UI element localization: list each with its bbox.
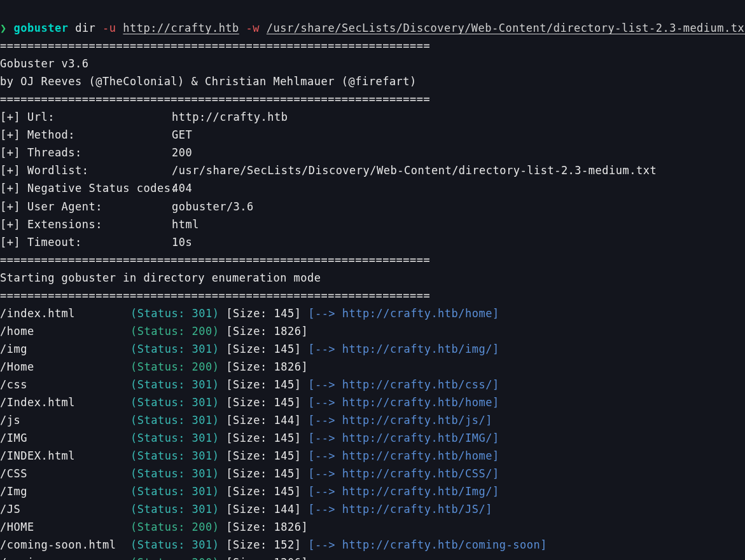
result-path: /Img bbox=[0, 482, 130, 500]
result-status: (Status: 301) bbox=[130, 411, 219, 429]
result-redirect: [--> http://crafty.htb/Img/] bbox=[308, 485, 499, 498]
result-row: /index.html(Status: 301) [Size: 145] [--… bbox=[0, 307, 499, 320]
divider-line: ========================================… bbox=[0, 289, 430, 302]
settings-row: [+] Extensions:html bbox=[0, 218, 199, 231]
result-status: (Status: 200) bbox=[130, 518, 219, 536]
settings-value: 200 bbox=[172, 146, 192, 159]
result-redirect: [--> http://crafty.htb/IMG/] bbox=[308, 432, 499, 444]
result-path: /IMG bbox=[0, 429, 130, 447]
settings-value: 404 bbox=[172, 182, 192, 195]
result-row: /img(Status: 301) [Size: 145] [--> http:… bbox=[0, 343, 499, 355]
settings-row: [+] Negative Status codes:404 bbox=[0, 182, 192, 195]
result-size: [Size: 145] bbox=[226, 485, 301, 498]
result-status: (Status: 301) bbox=[130, 393, 219, 411]
settings-row: [+] Timeout:10s bbox=[0, 236, 192, 249]
divider-line: ========================================… bbox=[0, 39, 430, 52]
result-status: (Status: 301) bbox=[130, 429, 219, 447]
result-row: /js(Status: 301) [Size: 144] [--> http:/… bbox=[0, 414, 492, 427]
result-size: [Size: 1206] bbox=[226, 556, 308, 560]
result-redirect: [--> http://crafty.htb/js/] bbox=[308, 414, 492, 427]
result-row: /Index.html(Status: 301) [Size: 145] [--… bbox=[0, 396, 499, 409]
result-size: [Size: 144] bbox=[226, 414, 301, 427]
result-size: [Size: 1826] bbox=[226, 325, 308, 338]
settings-value: GET bbox=[172, 128, 192, 141]
result-status: (Status: 200) bbox=[130, 322, 219, 340]
result-path: /img bbox=[0, 340, 130, 358]
result-redirect: [--> http://crafty.htb/home] bbox=[308, 449, 499, 462]
result-path: /js bbox=[0, 411, 130, 429]
prompt-symbol: ❯ bbox=[0, 22, 7, 34]
result-size: [Size: 145] bbox=[226, 449, 301, 462]
settings-label: [+] Negative Status codes: bbox=[0, 179, 172, 197]
settings-value: /usr/share/SecLists/Discovery/Web-Conten… bbox=[172, 164, 657, 177]
result-row: /css(Status: 301) [Size: 145] [--> http:… bbox=[0, 378, 499, 391]
command-subcommand: dir bbox=[75, 22, 95, 34]
result-row: /INDEX.html(Status: 301) [Size: 145] [--… bbox=[0, 449, 499, 462]
settings-label: [+] Threads: bbox=[0, 144, 172, 161]
result-path: /CSS bbox=[0, 465, 130, 482]
result-row: /CSS(Status: 301) [Size: 145] [--> http:… bbox=[0, 467, 499, 480]
settings-row: [+] Url:http://crafty.htb bbox=[0, 111, 288, 123]
result-redirect: [--> http://crafty.htb/CSS/] bbox=[308, 467, 499, 480]
banner-version: Gobuster v3.6 bbox=[0, 57, 89, 70]
result-redirect: [--> http://crafty.htb/img/] bbox=[308, 343, 499, 355]
settings-row: [+] Method:GET bbox=[0, 128, 192, 141]
result-status: (Status: 301) bbox=[130, 376, 219, 393]
result-row: /Img(Status: 301) [Size: 145] [--> http:… bbox=[0, 485, 499, 498]
result-path: /home bbox=[0, 322, 130, 340]
result-row: /HOME(Status: 200) [Size: 1826] bbox=[0, 521, 315, 533]
result-row: /JS(Status: 301) [Size: 144] [--> http:/… bbox=[0, 503, 492, 516]
result-size: [Size: 145] bbox=[226, 307, 301, 320]
result-path: /HOME bbox=[0, 518, 130, 536]
result-redirect: [--> http://crafty.htb/home] bbox=[308, 396, 499, 409]
result-path: /Home bbox=[0, 358, 130, 376]
result-status: (Status: 301) bbox=[130, 340, 219, 358]
result-row: /IMG(Status: 301) [Size: 145] [--> http:… bbox=[0, 432, 499, 444]
result-status: (Status: 200) bbox=[130, 358, 219, 376]
result-status: (Status: 301) bbox=[130, 465, 219, 482]
result-redirect: [--> http://crafty.htb/home] bbox=[308, 307, 499, 320]
settings-label: [+] Wordlist: bbox=[0, 161, 172, 179]
result-path: /JS bbox=[0, 500, 130, 518]
result-path: /coming-soon bbox=[0, 554, 130, 560]
flag-u: -u bbox=[102, 22, 116, 34]
terminal-output[interactable]: ❯ gobuster dir -u http://crafty.htb -w /… bbox=[0, 19, 745, 560]
arg-wordlist: /usr/share/SecLists/Discovery/Web-Conten… bbox=[267, 22, 745, 34]
result-status: (Status: 200) bbox=[130, 554, 219, 560]
result-redirect: [--> http://crafty.htb/css/] bbox=[308, 378, 499, 391]
settings-value: 10s bbox=[172, 236, 192, 249]
settings-row: [+] Wordlist:/usr/share/SecLists/Discove… bbox=[0, 164, 657, 177]
result-status: (Status: 301) bbox=[130, 500, 219, 518]
result-row: /Home(Status: 200) [Size: 1826] bbox=[0, 360, 315, 373]
settings-row: [+] User Agent:gobuster/3.6 bbox=[0, 200, 254, 213]
result-size: [Size: 145] bbox=[226, 467, 301, 480]
arg-url: http://crafty.htb bbox=[123, 22, 239, 34]
result-path: /index.html bbox=[0, 304, 130, 322]
result-size: [Size: 152] bbox=[226, 538, 301, 551]
result-status: (Status: 301) bbox=[130, 482, 219, 500]
divider-line: ========================================… bbox=[0, 254, 430, 266]
divider-line: ========================================… bbox=[0, 93, 430, 106]
result-row: /coming-soon.html(Status: 301) [Size: 15… bbox=[0, 538, 547, 551]
result-size: [Size: 1826] bbox=[226, 360, 308, 373]
settings-label: [+] Method: bbox=[0, 126, 172, 144]
settings-label: [+] Url: bbox=[0, 108, 172, 126]
settings-value: html bbox=[172, 218, 199, 231]
status-line: Starting gobuster in directory enumerati… bbox=[0, 271, 321, 284]
settings-value: http://crafty.htb bbox=[172, 111, 288, 123]
result-size: [Size: 145] bbox=[226, 432, 301, 444]
result-size: [Size: 145] bbox=[226, 396, 301, 409]
result-size: [Size: 144] bbox=[226, 503, 301, 516]
result-redirect: [--> http://crafty.htb/JS/] bbox=[308, 503, 492, 516]
result-size: [Size: 145] bbox=[226, 378, 301, 391]
result-path: /css bbox=[0, 376, 130, 393]
flag-w: -w bbox=[246, 22, 260, 34]
result-path: /Index.html bbox=[0, 393, 130, 411]
result-status: (Status: 301) bbox=[130, 536, 219, 554]
result-row: /coming-soon(Status: 200) [Size: 1206] bbox=[0, 556, 315, 560]
settings-label: [+] Extensions: bbox=[0, 215, 172, 233]
result-size: [Size: 1826] bbox=[226, 521, 308, 533]
result-size: [Size: 145] bbox=[226, 343, 301, 355]
result-row: /home(Status: 200) [Size: 1826] bbox=[0, 325, 315, 338]
settings-label: [+] Timeout: bbox=[0, 233, 172, 251]
